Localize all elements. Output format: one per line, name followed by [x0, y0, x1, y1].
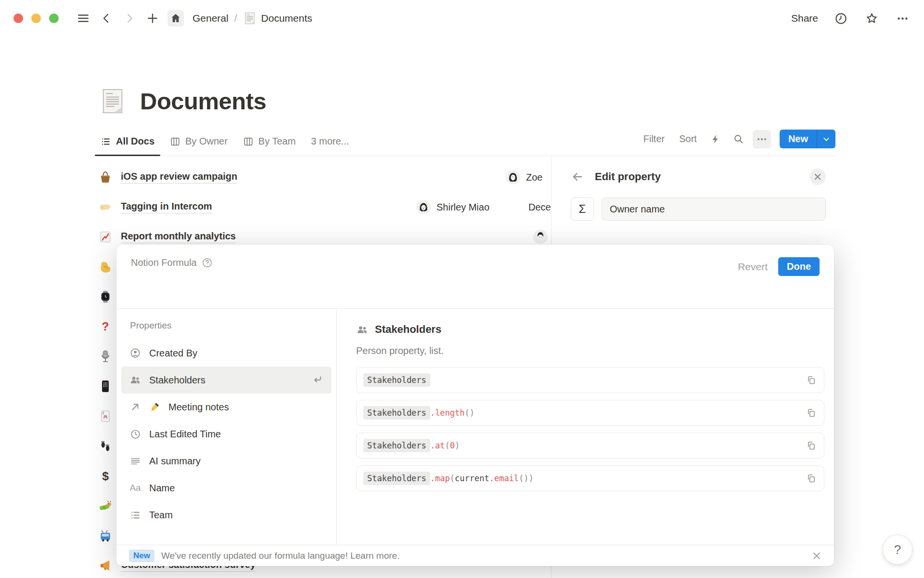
property-label: Name	[149, 483, 175, 494]
property-detail-pane: Stakeholders Person property, list. Stak…	[337, 309, 834, 545]
property-type-button[interactable]: Σ	[571, 197, 594, 221]
formula-example[interactable]: Stakeholders.length()	[356, 400, 824, 426]
minimize-window-button[interactable]	[31, 13, 41, 23]
property-item-stakeholders[interactable]: Stakeholders	[121, 367, 332, 394]
new-badge: New	[129, 550, 154, 562]
breadcrumb: General / Documents	[192, 12, 312, 25]
formula-update-banner: New We've recently updated our formula l…	[116, 545, 834, 566]
new-page-icon[interactable]	[144, 10, 161, 26]
back-button[interactable]	[98, 10, 115, 26]
share-button[interactable]: Share	[791, 13, 818, 24]
formula-example[interactable]: Stakeholders.at(0)	[356, 433, 824, 459]
edit-property-title: Edit property	[595, 171, 799, 183]
svg-text:J: J	[102, 411, 103, 415]
row-title[interactable]: iOS app review campaign	[121, 171, 237, 184]
zoom-window-button[interactable]	[49, 13, 59, 23]
sidebar-menu-icon[interactable]	[75, 10, 91, 26]
property-item-last-edited-time[interactable]: Last Edited Time	[121, 420, 332, 447]
tab-label: By Team	[258, 136, 295, 147]
automations-bolt-icon[interactable]	[706, 130, 725, 148]
formula-header: Notion Formula Revert Done	[116, 245, 834, 308]
list-icon	[129, 510, 141, 521]
footprints-icon	[99, 439, 112, 453]
favorite-star-icon[interactable]	[863, 10, 880, 26]
row-owner[interactable]: Zoe	[506, 170, 542, 184]
table-row[interactable]: Tagging in Intercom Shirley Miao Dece	[93, 192, 551, 222]
property-item-meeting-notes[interactable]: Meeting notes	[121, 394, 332, 420]
property-name-input[interactable]	[602, 197, 826, 221]
page-title: Documents	[140, 88, 266, 115]
filter-button[interactable]: Filter	[639, 131, 669, 147]
phone-icon	[99, 380, 112, 393]
search-icon[interactable]	[730, 130, 748, 148]
row-title[interactable]: Tagging in Intercom	[121, 201, 212, 213]
tab-all-docs[interactable]: All Docs	[93, 127, 162, 156]
tag-icon	[99, 200, 112, 214]
revert-button[interactable]: Revert	[738, 261, 768, 273]
edit-property-header: Edit property	[571, 169, 826, 185]
tab-label: All Docs	[116, 136, 154, 147]
property-label: Last Edited Time	[149, 429, 221, 440]
tab-by-team[interactable]: By Team	[235, 127, 303, 156]
clock-icon	[129, 429, 141, 440]
table-row[interactable]: iOS app review campaign Zoe	[93, 162, 551, 192]
property-name-row: Σ	[571, 197, 826, 221]
forward-button[interactable]	[121, 10, 138, 26]
token-function: .email	[489, 473, 519, 483]
row-title[interactable]: Report monthly analytics	[121, 231, 236, 243]
formula-examples: Stakeholders Stakeholders.length() Stake…	[356, 367, 824, 491]
more-options-icon[interactable]	[894, 10, 911, 26]
property-label: Meeting notes	[168, 402, 229, 413]
sort-button[interactable]: Sort	[674, 131, 702, 147]
new-button[interactable]: New	[780, 130, 817, 148]
formula-label: Notion Formula	[131, 257, 213, 268]
copy-icon[interactable]	[806, 441, 816, 451]
token-plain: ())	[519, 473, 534, 483]
close-icon[interactable]	[812, 551, 821, 561]
topbar-actions: Share	[791, 10, 911, 26]
close-icon[interactable]	[809, 169, 826, 185]
tab-by-owner[interactable]: By Owner	[162, 127, 235, 156]
breadcrumb-section[interactable]: General	[192, 13, 229, 24]
home-icon[interactable]	[167, 10, 184, 26]
property-item-name[interactable]: Aa Name	[121, 474, 332, 501]
person-circle-icon	[129, 347, 141, 359]
token-function: .at	[430, 441, 445, 450]
close-window-button[interactable]	[13, 13, 23, 23]
question-icon: ?	[99, 320, 112, 333]
properties-heading: Properties	[130, 320, 332, 331]
formula-example[interactable]: Stakeholders.map(current.email())	[356, 465, 824, 491]
breadcrumb-page[interactable]: Documents	[261, 13, 312, 24]
formula-title: Notion Formula	[131, 257, 197, 268]
back-arrow-icon[interactable]	[571, 170, 584, 184]
formula-example[interactable]: Stakeholders	[356, 367, 824, 393]
copy-icon[interactable]	[806, 375, 816, 385]
updates-clock-icon[interactable]	[833, 10, 849, 26]
token-plain: )	[455, 441, 460, 450]
done-button[interactable]: Done	[778, 257, 820, 276]
view-options-ellipsis-icon[interactable]	[753, 130, 771, 148]
avatar	[533, 230, 548, 244]
property-item-ai-summary[interactable]: AI summary	[121, 447, 332, 474]
arrow-up-right-icon	[129, 402, 141, 412]
token-property: Stakeholders	[363, 406, 430, 420]
row-date: Dece	[528, 202, 551, 213]
people-icon	[356, 324, 368, 336]
new-dropdown-chevron-icon[interactable]	[817, 130, 835, 148]
help-button[interactable]: ?	[883, 535, 912, 565]
copy-icon[interactable]	[806, 408, 816, 418]
view-controls: Filter Sort New	[639, 127, 835, 156]
board-view-icon	[243, 136, 254, 147]
banner-message[interactable]: We've recently updated our formula langu…	[161, 551, 805, 561]
property-item-created-by[interactable]: Created By	[121, 340, 332, 367]
copy-icon[interactable]	[806, 473, 816, 484]
row-owner[interactable]: Shirley Miao	[416, 200, 489, 214]
property-item-team[interactable]: Team	[121, 501, 332, 528]
tab-more-views[interactable]: 3 more...	[303, 127, 357, 156]
view-tabbar: All Docs By Owner By Team 3 more... Filt…	[93, 127, 837, 156]
view-tabs: All Docs By Owner By Team 3 more...	[93, 127, 357, 156]
breadcrumb-separator: /	[234, 13, 237, 24]
row-owner[interactable]	[533, 230, 548, 244]
formula-editor-popup: Notion Formula Revert Done Properties Cr…	[116, 245, 834, 566]
help-circle-icon[interactable]	[202, 257, 213, 268]
